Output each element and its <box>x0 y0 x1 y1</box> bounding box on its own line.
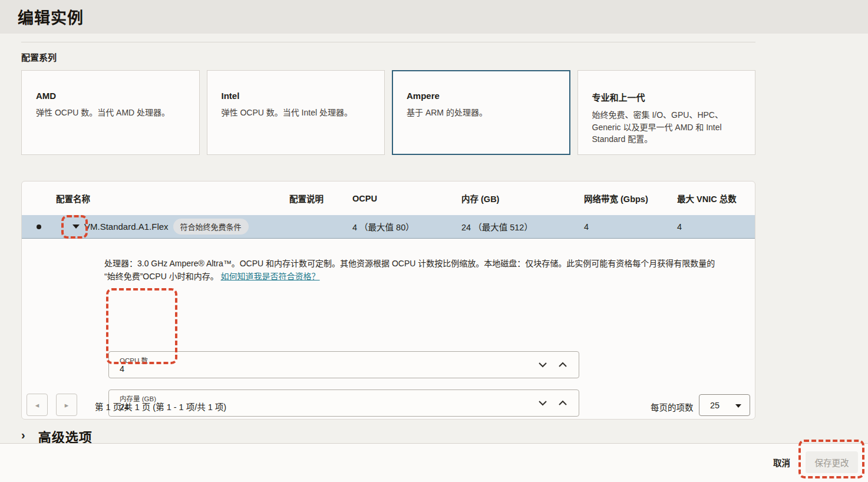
save-changes-button[interactable]: 保存更改 <box>806 451 858 473</box>
chevron-up-icon <box>558 400 567 406</box>
column-shape-description: 配置说明 <box>289 192 352 204</box>
shape-table: 配置名称 配置说明 OCPU 内存 (GB) 网络带宽 (Gbps) 最大 VN… <box>21 181 755 420</box>
chevron-up-icon <box>558 362 567 368</box>
always-free-badge: 符合始终免费条件 <box>173 219 249 235</box>
row-bandwidth-value: 4 <box>584 222 677 232</box>
shape-detail-text: 处理器：3.0 GHz Ampere® Altra™。OCPU 和内存计数可定制… <box>104 257 717 283</box>
row-ocpu-value: 4 （最大值 80） <box>352 220 461 233</box>
card-description: 弹性 OCPU 数。当代 AMD 处理器。 <box>36 107 185 119</box>
footer-action-bar: 取消 保存更改 <box>0 443 868 482</box>
card-title: Intel <box>222 91 371 101</box>
page-title: 编辑实例 <box>18 5 84 28</box>
per-page-select[interactable]: 25 <box>699 394 750 416</box>
detail-description: 处理器：3.0 GHz Ampere® Altra™。OCPU 和内存计数可定制… <box>104 259 715 281</box>
eligibility-link[interactable]: 如何知道我是否符合资格？ <box>221 272 320 281</box>
radio-selected-icon <box>34 222 44 232</box>
chevron-down-icon <box>538 400 547 406</box>
ocpu-field-label: OCPU 数 <box>120 355 148 365</box>
header-divider <box>21 42 755 42</box>
arrow-left-icon: ◂ <box>35 401 39 410</box>
row-radio[interactable] <box>22 222 56 232</box>
per-page-value: 25 <box>710 401 720 410</box>
pagination-previous-button[interactable]: ◂ <box>27 394 48 416</box>
shape-series-cards: AMD 弹性 OCPU 数。当代 AMD 处理器。 Intel 弹性 OCPU … <box>21 70 755 155</box>
pagination-next-button[interactable]: ▸ <box>56 394 77 416</box>
shape-name: VM.Standard.A1.Flex <box>84 222 169 232</box>
card-title: AMD <box>36 91 185 101</box>
card-title: 专业和上一代 <box>592 91 741 103</box>
row-name-cell: VM.Standard.A1.Flex 符合始终免费条件 <box>56 219 289 235</box>
memory-increment-button[interactable] <box>553 390 573 416</box>
shape-series-label: 配置系列 <box>21 51 57 63</box>
cancel-button[interactable]: 取消 <box>773 456 790 468</box>
row-expanded-detail: 处理器：3.0 GHz Ampere® Altra™。OCPU 和内存计数可定制… <box>22 239 755 283</box>
column-vnic: 最大 VNIC 总数 <box>677 192 755 204</box>
shape-card-amd[interactable]: AMD 弹性 OCPU 数。当代 AMD 处理器。 <box>21 70 200 155</box>
ocpu-decrement-button[interactable] <box>533 352 553 378</box>
shape-card-specialty[interactable]: 专业和上一代 始终免费、密集 I/O、GPU、HPC、Generic 以及更早一… <box>577 70 756 155</box>
row-expand-caret-icon[interactable] <box>72 225 80 229</box>
card-description: 始终免费、密集 I/O、GPU、HPC、Generic 以及更早一代 AMD 和… <box>592 109 741 146</box>
page-header-band: 编辑实例 <box>0 0 868 34</box>
memory-decrement-button[interactable] <box>533 390 553 416</box>
ocpu-increment-button[interactable] <box>553 352 573 378</box>
shape-table-row-a1flex[interactable]: VM.Standard.A1.Flex 符合始终免费条件 4 （最大值 80） … <box>22 215 755 239</box>
column-bandwidth: 网络带宽 (Gbps) <box>584 192 677 204</box>
caret-down-icon <box>735 404 741 408</box>
ocpu-count-input[interactable] <box>120 364 473 374</box>
column-ocpu: OCPU <box>352 194 461 203</box>
card-title: Ampere <box>407 91 556 101</box>
column-memory: 内存 (GB) <box>461 192 584 204</box>
chevron-right-icon: › <box>21 428 25 442</box>
shape-card-intel[interactable]: Intel 弹性 OCPU 数。当代 Intel 处理器。 <box>207 70 385 155</box>
card-description: 基于 ARM 的处理器。 <box>407 107 556 119</box>
column-shape-name: 配置名称 <box>56 192 289 204</box>
row-memory-value: 24 （最大值 512） <box>461 220 584 233</box>
card-description: 弹性 OCPU 数。当代 Intel 处理器。 <box>222 107 371 119</box>
arrow-right-icon: ▸ <box>65 401 69 410</box>
ocpu-count-field[interactable]: OCPU 数 <box>108 351 579 378</box>
pagination-status: 第 1 页/共 1 页 (第 1 - 1 项/共 1 项) <box>95 400 226 412</box>
shape-card-ampere-selected[interactable]: Ampere 基于 ARM 的处理器。 <box>392 70 570 155</box>
row-vnic-value: 4 <box>677 222 755 232</box>
chevron-down-icon <box>538 362 547 368</box>
per-page-label: 每页的项数 <box>651 401 694 413</box>
shape-table-header: 配置名称 配置说明 OCPU 内存 (GB) 网络带宽 (Gbps) 最大 VN… <box>22 181 755 215</box>
